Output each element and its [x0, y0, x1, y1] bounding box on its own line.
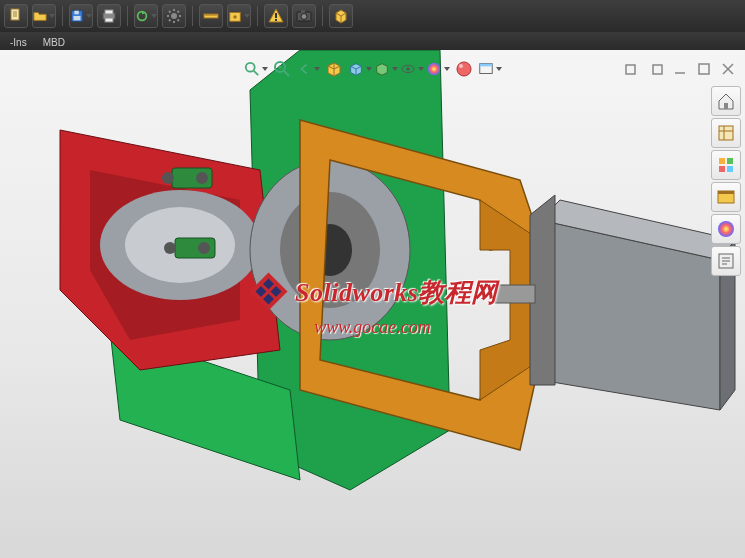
window-maximize-button[interactable] [695, 60, 713, 78]
window-restore-left-button[interactable] [623, 60, 641, 78]
zoom-fit-button[interactable] [244, 57, 268, 81]
new-doc-button[interactable] [4, 4, 28, 28]
save-button[interactable] [69, 4, 93, 28]
zoom-area-button[interactable] [270, 57, 294, 81]
toolbar-separator [257, 6, 258, 26]
toolbar-separator [192, 6, 193, 26]
svg-point-46 [459, 64, 463, 68]
app-window: -Ins MBD [0, 0, 745, 558]
svg-rect-53 [719, 126, 733, 140]
svg-point-60 [718, 221, 734, 237]
svg-point-40 [245, 63, 254, 72]
svg-rect-6 [105, 18, 113, 22]
ribbon-tabs: -Ins MBD [0, 32, 745, 50]
edit-appearance-button[interactable] [426, 57, 450, 81]
view-orientation-button[interactable] [348, 57, 372, 81]
taskpane-custom-props-button[interactable] [711, 246, 741, 276]
svg-point-8 [171, 13, 177, 19]
measure-button[interactable] [199, 4, 223, 28]
mass-props-button[interactable] [227, 4, 251, 28]
window-close-button[interactable] [719, 60, 737, 78]
toolbar-separator [62, 6, 63, 26]
svg-point-15 [301, 14, 307, 20]
svg-point-27 [164, 242, 176, 254]
svg-rect-3 [74, 16, 81, 20]
apply-scene-button[interactable] [452, 57, 476, 81]
open-doc-button[interactable] [32, 4, 56, 28]
window-restore-right-button[interactable] [647, 60, 665, 78]
svg-rect-50 [653, 65, 662, 74]
svg-point-44 [427, 63, 439, 75]
box-button[interactable] [329, 4, 353, 28]
taskpane-view-palette-button[interactable] [711, 182, 741, 212]
toolbar-separator [322, 6, 323, 26]
graphics-viewport[interactable]: Solidworks教程网 www.gocae.com [0, 50, 745, 558]
svg-point-43 [406, 67, 410, 71]
taskpane-design-library-button[interactable] [711, 118, 741, 148]
svg-rect-16 [301, 10, 305, 13]
taskpane-home-button[interactable] [711, 86, 741, 116]
svg-point-11 [233, 15, 237, 19]
tab-addins[interactable]: -Ins [2, 35, 35, 50]
tab-mbd[interactable]: MBD [35, 35, 73, 50]
view-toolbar [0, 56, 745, 82]
svg-rect-49 [626, 65, 635, 74]
window-minimize-button[interactable] [671, 60, 689, 78]
screenshot-button[interactable] [292, 4, 316, 28]
section-view-button[interactable] [322, 57, 346, 81]
options-button[interactable] [162, 4, 186, 28]
svg-rect-51 [699, 64, 709, 74]
model-render [0, 50, 745, 558]
svg-rect-13 [275, 19, 277, 21]
svg-rect-5 [105, 10, 113, 14]
svg-point-45 [457, 62, 471, 76]
svg-rect-55 [727, 158, 733, 164]
svg-rect-2 [74, 11, 78, 15]
rebuild-button[interactable] [134, 4, 158, 28]
svg-point-25 [162, 172, 174, 184]
previous-view-button[interactable] [296, 57, 320, 81]
task-pane [711, 86, 741, 276]
taskpane-appearances-button[interactable] [711, 214, 741, 244]
view-settings-button[interactable] [478, 57, 502, 81]
svg-rect-37 [495, 285, 535, 303]
svg-rect-57 [727, 166, 733, 172]
display-style-button[interactable] [374, 57, 398, 81]
hide-show-button[interactable] [400, 57, 424, 81]
main-toolbar [0, 0, 745, 32]
interference-button[interactable] [264, 4, 288, 28]
svg-rect-52 [724, 103, 728, 109]
svg-point-28 [198, 242, 210, 254]
svg-rect-56 [719, 166, 725, 172]
svg-rect-59 [718, 191, 734, 194]
svg-rect-48 [479, 64, 491, 67]
svg-rect-54 [719, 158, 725, 164]
svg-rect-12 [275, 13, 277, 18]
taskpane-file-explorer-button[interactable] [711, 150, 741, 180]
toolbar-separator [127, 6, 128, 26]
print-button[interactable] [97, 4, 121, 28]
svg-point-26 [196, 172, 208, 184]
